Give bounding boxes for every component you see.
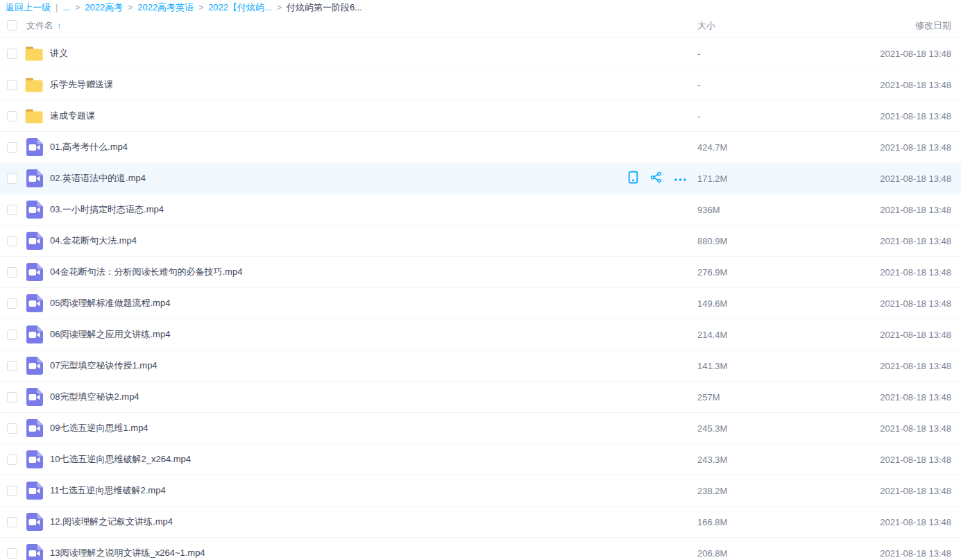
row-checkbox[interactable]	[7, 267, 17, 278]
modified-date: 2021-08-18 13:48	[815, 173, 961, 184]
folder-icon	[24, 75, 44, 94]
modified-date: 2021-08-18 13:48	[815, 330, 961, 340]
modified-date: 2021-08-18 13:48	[815, 80, 961, 90]
file-size: -	[697, 49, 815, 59]
file-name[interactable]: 06阅读理解之应用文讲练.mp4	[50, 328, 628, 341]
back-link[interactable]: 返回上一级	[6, 1, 51, 14]
breadcrumb-link-1[interactable]: 2022高考	[85, 1, 123, 14]
video-file-icon	[24, 418, 44, 438]
more-icon	[674, 173, 687, 184]
folder-row[interactable]: 讲义-2021-08-18 13:48	[0, 38, 961, 69]
row-checkbox[interactable]	[7, 236, 17, 246]
folder-row[interactable]: 乐学先导赠送课-2021-08-18 13:48	[0, 69, 961, 101]
video-file-icon	[24, 512, 44, 532]
file-size: 936M	[697, 205, 815, 215]
file-row[interactable]: 06阅读理解之应用文讲练.mp4214.4M2021-08-18 13:48	[0, 319, 961, 350]
folder-name[interactable]: 讲义	[50, 47, 628, 60]
modified-date: 2021-08-18 13:48	[815, 267, 961, 278]
folder-row[interactable]: 速成专题课-2021-08-18 13:48	[0, 101, 961, 132]
file-row[interactable]: 04.金花断句大法.mp4880.9M2021-08-18 13:48	[0, 226, 961, 257]
file-name[interactable]: 03.一小时搞定时态语态.mp4	[50, 203, 628, 216]
row-checkbox[interactable]	[7, 111, 17, 121]
file-size: 149.6M	[697, 298, 815, 309]
file-row[interactable]: 10七选五逆向思维破解2_x264.mp4243.3M2021-08-18 13…	[0, 444, 961, 475]
row-checkbox[interactable]	[7, 49, 17, 59]
more-button[interactable]	[674, 173, 687, 184]
file-name[interactable]: 08完型填空秘诀2.mp4	[50, 391, 628, 403]
breadcrumb-arrow: >	[128, 3, 133, 12]
folder-name[interactable]: 乐学先导赠送课	[50, 78, 628, 91]
modified-date: 2021-08-18 13:48	[815, 49, 961, 59]
file-name[interactable]: 09七选五逆向思维1.mp4	[50, 422, 628, 434]
file-size: 276.9M	[697, 267, 815, 278]
row-checkbox[interactable]	[7, 298, 17, 309]
breadcrumb-link-2[interactable]: 2022高考英语	[137, 1, 194, 14]
breadcrumb-link-ellipsis[interactable]: ...	[62, 2, 70, 12]
file-size: 206.8M	[697, 548, 815, 559]
file-name[interactable]: 13阅读理解之说明文讲练_x264~1.mp4	[50, 547, 628, 559]
file-row[interactable]: 07完型填空秘诀传授1.mp4141.3M2021-08-18 13:48	[0, 350, 961, 382]
video-file-icon	[24, 387, 44, 407]
row-checkbox[interactable]	[7, 455, 17, 465]
file-row[interactable]: 13阅读理解之说明文讲练_x264~1.mp4206.8M2021-08-18 …	[0, 538, 961, 560]
share-button[interactable]	[650, 171, 662, 185]
modified-date: 2021-08-18 13:48	[815, 205, 961, 215]
breadcrumb-arrow: >	[277, 3, 282, 12]
file-size: 880.9M	[697, 236, 815, 246]
file-name[interactable]: 02.英语语法中的道.mp4	[50, 172, 628, 185]
file-row[interactable]: 03.一小时搞定时态语态.mp4936M2021-08-18 13:48	[0, 194, 961, 226]
file-name[interactable]: 11七选五逆向思维破解2.mp4	[50, 484, 628, 497]
modified-date: 2021-08-18 13:48	[815, 236, 961, 246]
video-file-icon	[24, 200, 44, 219]
file-name[interactable]: 10七选五逆向思维破解2_x264.mp4	[50, 453, 628, 466]
folder-icon	[24, 44, 44, 63]
save-to-phone-button[interactable]	[628, 171, 638, 186]
row-checkbox[interactable]	[7, 205, 17, 215]
breadcrumb-current: 付炫屿第一阶段6...	[287, 1, 362, 14]
row-checkbox[interactable]	[7, 548, 17, 559]
file-row[interactable]: 04金花断句法：分析阅读长难句的必备技巧.mp4276.9M2021-08-18…	[0, 257, 961, 288]
file-name[interactable]: 05阅读理解标准做题流程.mp4	[50, 297, 628, 309]
video-file-icon	[24, 262, 44, 282]
row-checkbox[interactable]	[7, 173, 17, 184]
row-checkbox[interactable]	[7, 330, 17, 340]
sort-ascending-icon[interactable]: ↑	[57, 20, 62, 31]
file-row[interactable]: 12.阅读理解之记叙文讲练.mp4166.8M2021-08-18 13:48	[0, 507, 961, 538]
file-row[interactable]: 05阅读理解标准做题流程.mp4149.6M2021-08-18 13:48	[0, 288, 961, 319]
row-checkbox[interactable]	[7, 142, 17, 153]
file-name[interactable]: 07完型填空秘诀传授1.mp4	[50, 359, 628, 372]
column-header-modified[interactable]: 修改日期	[815, 19, 961, 32]
row-checkbox[interactable]	[7, 392, 17, 402]
row-checkbox[interactable]	[7, 423, 17, 434]
breadcrumb-link-3[interactable]: 2022【付炫屿...	[208, 1, 272, 14]
file-row[interactable]: 09七选五逆向思维1.mp4245.3M2021-08-18 13:48	[0, 413, 961, 444]
file-row[interactable]: 02.英语语法中的道.mp4171.2M2021-08-18 13:48	[0, 163, 961, 194]
file-size: 166.8M	[697, 517, 815, 527]
row-hover-actions	[628, 171, 697, 186]
row-checkbox[interactable]	[7, 486, 17, 496]
file-row[interactable]: 08完型填空秘诀2.mp4257M2021-08-18 13:48	[0, 382, 961, 413]
file-row[interactable]: 01.高考考什么.mp4424.7M2021-08-18 13:48	[0, 132, 961, 163]
file-size: -	[697, 80, 815, 90]
file-list: 讲义-2021-08-18 13:48乐学先导赠送课-2021-08-18 13…	[0, 38, 961, 560]
row-checkbox[interactable]	[7, 361, 17, 371]
file-size: 141.3M	[697, 361, 815, 371]
file-name[interactable]: 01.高考考什么.mp4	[50, 141, 628, 153]
folder-name[interactable]: 速成专题课	[50, 110, 628, 122]
breadcrumb-divider: |	[56, 2, 58, 12]
row-checkbox[interactable]	[7, 517, 17, 527]
row-checkbox[interactable]	[7, 80, 17, 90]
file-size: 424.7M	[697, 142, 815, 153]
file-size: 214.4M	[697, 330, 815, 340]
file-name[interactable]: 04.金花断句大法.mp4	[50, 235, 628, 247]
column-header-size[interactable]: 大小	[697, 19, 815, 32]
modified-date: 2021-08-18 13:48	[815, 361, 961, 371]
file-name[interactable]: 04金花断句法：分析阅读长难句的必备技巧.mp4	[50, 266, 628, 278]
file-name[interactable]: 12.阅读理解之记叙文讲练.mp4	[50, 516, 628, 528]
file-row[interactable]: 11七选五逆向思维破解2.mp4238.2M2021-08-18 13:48	[0, 475, 961, 507]
list-header: 文件名 ↑ 大小 修改日期	[0, 13, 961, 38]
video-file-icon	[24, 231, 44, 251]
video-file-icon	[24, 169, 44, 188]
select-all-checkbox[interactable]	[7, 20, 17, 31]
column-header-filename[interactable]: 文件名	[26, 19, 53, 32]
